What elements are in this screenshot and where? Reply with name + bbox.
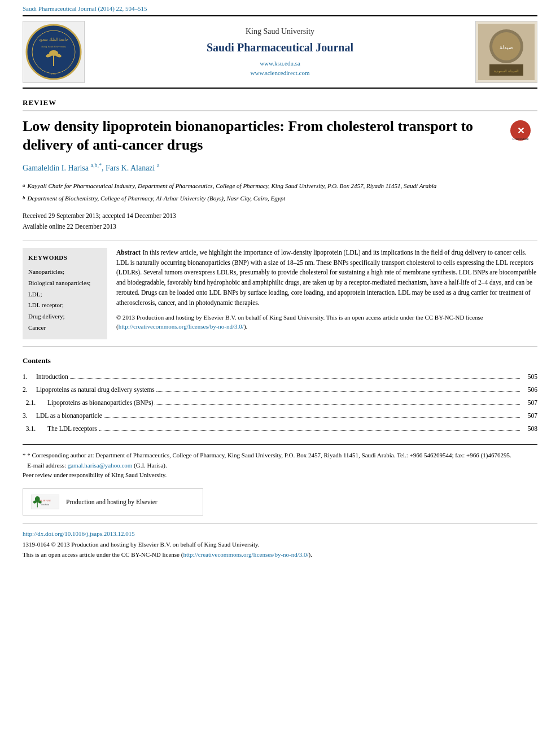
bottom-footer: http://dx.doi.org/10.1016/j.jsaps.2013.1… <box>23 523 537 560</box>
author2-name: Fars K. Alanazi <box>106 164 157 172</box>
abstract-copyright: © 2013 Production and hosting by Elsevie… <box>116 313 537 331</box>
keyword-5: Drug delivery; <box>28 311 102 322</box>
review-label: REVIEW <box>23 98 537 111</box>
journal-reference: Saudi Pharmaceutical Journal (2014) 22, … <box>0 0 560 15</box>
elsevier-text: Production and hosting by Elsevier <box>66 497 158 506</box>
keyword-2: Biological nanoparticles; <box>28 278 102 289</box>
abstract-text: In this review article, we highlight the… <box>116 249 536 306</box>
toc-title-3: LDL as a bionanoparticle <box>36 409 102 422</box>
abstract-body: AbstractIn this review article, we highl… <box>116 248 537 308</box>
affiliation-a: a Kayyali Chair for Pharmaceutical Indus… <box>23 181 537 191</box>
abstract-text-box: AbstractIn this review article, we highl… <box>116 248 537 339</box>
journal-urls: www.ksu.edu.sa www.sciencedirect.com <box>90 59 470 78</box>
toc-page-3: 507 <box>522 409 537 422</box>
peer-review-line: Peer review under responsibility of King… <box>23 470 537 480</box>
aff-b-superscript: b <box>23 194 25 204</box>
toc-num-2: 2. <box>23 383 36 396</box>
cc-license-link[interactable]: http://creativecommons.org/licenses/by-n… <box>119 323 244 330</box>
svg-text:الصيدلة السعودية: الصيدلة السعودية <box>494 69 519 73</box>
elsevier-banner: ELSEVIER Non Solus Production and hostin… <box>23 488 203 516</box>
keyword-4: LDL receptor; <box>28 300 102 311</box>
main-content: REVIEW Low density lipoprotein bionanopa… <box>0 89 560 560</box>
toc-dots-3 <box>104 417 520 418</box>
toc-page-3-1: 508 <box>522 422 537 435</box>
svg-text:✕: ✕ <box>517 126 524 136</box>
aff-a-text: Kayyali Chair for Pharmaceutical Industr… <box>28 181 437 191</box>
toc-title-2: Lipoproteins as natural drug delivery sy… <box>36 383 155 396</box>
author1-name: Gamaleldin I. Harisa <box>23 164 91 172</box>
crossmark-container: ✕ CrossMark <box>509 119 537 145</box>
ksu-logo-left: جامعة الملك سعود King Saud University 19… <box>23 21 85 83</box>
ksu-logo-right: صيدلة الصيدلة السعودية <box>475 21 537 83</box>
footnote-star-symbol: * <box>23 452 26 458</box>
contents-title: Contents <box>23 356 537 366</box>
keyword-6: Cancer <box>28 322 102 334</box>
svg-text:King Saud University: King Saud University <box>41 45 66 48</box>
journal-header-center: King Saud University Saudi Pharmaceutica… <box>85 26 475 78</box>
title-row: Low density lipoprotein bionanoparticles… <box>23 117 537 155</box>
footer-cc-link[interactable]: http://creativecommons.org/licenses/by-n… <box>183 551 308 558</box>
toc-title-2-1: Lipoproteins as bionanoparticles (BNPs) <box>47 396 153 409</box>
svg-text:ELSEVIER: ELSEVIER <box>39 499 51 502</box>
footnote-section: * * Corresponding author at: Department … <box>23 444 537 480</box>
toc-dots-2-1 <box>155 404 520 405</box>
toc-item-1: 1. Introduction 505 <box>23 370 537 383</box>
svg-text:صيدلة: صيدلة <box>500 45 513 50</box>
journal-url2[interactable]: www.sciencedirect.com <box>90 68 470 78</box>
abstract-label: Abstract <box>116 249 141 256</box>
toc-page-2: 506 <box>522 383 537 396</box>
author1-superscript: a,b,* <box>91 162 102 168</box>
toc-dots-3-1 <box>99 430 520 431</box>
keywords-title: KEYWORDS <box>28 254 102 262</box>
keywords-box: KEYWORDS Nanoparticles; Biological nanop… <box>23 248 107 339</box>
footnote-email-line: E-mail address: gamal.harisa@yahoo.com (… <box>23 461 537 471</box>
crossmark-icon: ✕ CrossMark <box>509 119 532 142</box>
page: Saudi Pharmaceutical Journal (2014) 22, … <box>0 0 560 747</box>
author-separator: , <box>102 164 106 172</box>
email-link[interactable]: gamal.harisa@yahoo.com <box>68 462 133 469</box>
footer-doi: http://dx.doi.org/10.1016/j.jsaps.2013.1… <box>23 528 537 539</box>
toc-dots-1 <box>70 378 520 379</box>
abstract-section: KEYWORDS Nanoparticles; Biological nanop… <box>23 241 537 347</box>
footnote-star-note: * * Corresponding author at: Department … <box>23 451 537 461</box>
available-date: Available online 22 December 2013 <box>23 221 537 233</box>
keywords-list: Nanoparticles; Biological nanoparticles;… <box>28 267 102 334</box>
svg-text:جامعة الملك سعود: جامعة الملك سعود <box>39 37 69 42</box>
journal-header: جامعة الملك سعود King Saud University 19… <box>23 15 537 89</box>
toc-num-1: 1. <box>23 370 36 383</box>
toc-sub-num-2-1: 2.1. <box>23 396 47 409</box>
doi-link[interactable]: http://dx.doi.org/10.1016/j.jsaps.2013.1… <box>23 530 135 537</box>
journal-url1[interactable]: www.ksu.edu.sa <box>90 59 470 69</box>
svg-text:CrossMark: CrossMark <box>512 137 529 141</box>
author2-superscript: a <box>157 162 159 168</box>
toc-dots-2 <box>156 391 520 392</box>
toc-page-2-1: 507 <box>522 396 537 409</box>
toc-num-3: 3. <box>23 409 36 422</box>
footer-license-line: This is an open access article under the… <box>23 549 537 560</box>
abstract-copyright-text: © 2013 Production and hosting by Elsevie… <box>116 314 483 330</box>
contents-section: Contents 1. Introduction 505 2. Lipoprot… <box>23 356 537 435</box>
elsevier-logo-icon: ELSEVIER Non Solus <box>31 493 59 510</box>
toc-item-2-1: 2.1. Lipoproteins as bionanoparticles (B… <box>23 396 537 409</box>
article-title: Low density lipoprotein bionanoparticles… <box>23 117 504 155</box>
toc-sub-num-3-1: 3.1. <box>23 422 47 435</box>
university-name: King Saud University <box>90 26 470 37</box>
authors-line: Gamaleldin I. Harisa a,b,*, Fars K. Alan… <box>23 161 537 173</box>
email-label: E-mail address: <box>27 462 66 469</box>
footer-issn-line: 1319-0164 © 2013 Production and hosting … <box>23 539 537 550</box>
journal-name: Saudi Pharmaceutical Journal <box>90 40 470 55</box>
aff-b-text: Department of Biochemistry, College of P… <box>28 194 286 204</box>
toc-page-1: 505 <box>522 370 537 383</box>
dates: Received 29 September 2013; accepted 14 … <box>23 211 537 233</box>
footer-license-text: This is an open access article under the… <box>23 551 312 558</box>
toc-item-2: 2. Lipoproteins as natural drug delivery… <box>23 383 537 396</box>
received-date: Received 29 September 2013; accepted 14 … <box>23 211 537 222</box>
toc-item-3: 3. LDL as a bionanoparticle 507 <box>23 409 537 422</box>
email-person: (G.I. Harisa). <box>134 462 167 469</box>
keyword-1: Nanoparticles; <box>28 267 102 278</box>
affiliations: a Kayyali Chair for Pharmaceutical Indus… <box>23 181 537 203</box>
toc-title-3-1: The LDL receptors <box>47 422 97 435</box>
footnote-star-text: * Corresponding author at: Department of… <box>27 452 511 458</box>
svg-text:Non Solus: Non Solus <box>41 504 50 506</box>
aff-a-superscript: a <box>23 181 25 191</box>
